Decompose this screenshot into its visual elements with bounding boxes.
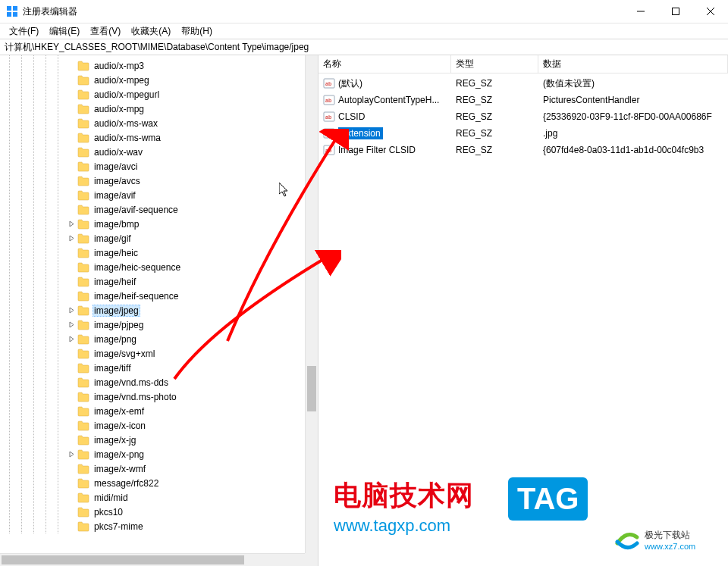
tree-item-label: image/png <box>93 333 138 346</box>
tree-item-label: pkcs10 <box>93 506 124 518</box>
value-name: CLSID <box>338 111 365 122</box>
expander-icon[interactable] <box>65 333 77 346</box>
value-row[interactable]: abCLSIDREG_SZ{25336920-03F9-11cf-8FD0-00… <box>318 108 728 125</box>
value-type: REG_SZ <box>451 145 538 155</box>
folder-icon <box>77 118 89 129</box>
tree-item-label: image/avif-sequence <box>93 204 180 216</box>
expander-icon[interactable] <box>65 305 77 317</box>
window-controls <box>623 0 728 23</box>
scroll-corner <box>305 553 318 566</box>
tree-item-label: audio/x-mpg <box>93 103 146 115</box>
string-value-icon: ab <box>323 144 335 156</box>
folder-icon <box>77 147 89 158</box>
string-value-icon: ab <box>323 77 335 89</box>
expander-icon[interactable] <box>65 449 77 461</box>
tree-item-label: audio/x-ms-wma <box>93 132 162 144</box>
value-name: (默认) <box>338 77 362 90</box>
value-type: REG_SZ <box>451 111 538 122</box>
close-button[interactable] <box>693 0 728 23</box>
watermark-tag: TAG <box>508 477 588 521</box>
value-type: REG_SZ <box>451 78 538 89</box>
folder-icon <box>77 277 89 287</box>
folder-icon <box>77 320 89 330</box>
svg-rect-2 <box>7 12 11 17</box>
value-row[interactable]: abImage Filter CLSIDREG_SZ{607fd4e8-0a03… <box>318 142 728 158</box>
value-row[interactable]: ab(默认)REG_SZ(数值未设置) <box>318 75 728 92</box>
value-row[interactable]: abAutoplayContentTypeH...REG_SZPicturesC… <box>318 92 728 108</box>
folder-icon <box>77 406 89 417</box>
value-row[interactable]: abExtensionREG_SZ.jpg <box>318 125 728 142</box>
expander-icon[interactable] <box>65 319 77 331</box>
tree-scroll[interactable]: audio/x-mp3audio/x-mpegaudio/x-mpegurlau… <box>0 55 305 553</box>
expander-icon[interactable] <box>65 233 77 245</box>
string-value-icon: ab <box>323 94 335 106</box>
svg-text:ab: ab <box>325 98 331 103</box>
svg-text:ab: ab <box>325 114 331 120</box>
tree-item-label: image/x-jg <box>93 434 137 446</box>
tree-item-label: image/avcs <box>93 175 142 187</box>
tree-item-label: image/jpeg <box>93 305 140 317</box>
cursor-icon <box>279 183 290 198</box>
folder-icon <box>77 176 89 186</box>
tree-item-label: image/avci <box>93 161 139 173</box>
address-bar[interactable]: 计算机\HKEY_CLASSES_ROOT\MIME\Database\Cont… <box>0 39 728 55</box>
tree-item-label: image/vnd.ms-photo <box>93 391 178 403</box>
watermark-site2-url: www.xz7.com <box>645 542 695 551</box>
tree-item-label: image/heic <box>93 247 140 259</box>
folder-icon <box>77 61 89 71</box>
folder-icon <box>77 104 89 114</box>
tree-horizontal-scrollbar[interactable] <box>0 553 305 566</box>
folder-icon <box>77 248 89 258</box>
folder-icon <box>77 464 89 474</box>
expander-icon[interactable] <box>65 218 77 230</box>
tree-item-label: pkcs7-mime <box>93 521 145 533</box>
folder-icon <box>77 205 89 215</box>
window-title: 注册表编辑器 <box>23 5 623 18</box>
string-value-icon: ab <box>323 127 335 139</box>
menu-edit[interactable]: 编辑(E) <box>45 23 84 39</box>
svg-rect-0 <box>7 6 11 11</box>
tree-item-label: image/gif <box>93 233 133 245</box>
app-icon <box>6 5 18 17</box>
tree-item-label: audio/x-wav <box>93 146 144 158</box>
scrollbar-thumb[interactable] <box>2 555 244 564</box>
minimize-button[interactable] <box>623 0 658 23</box>
scrollbar-thumb[interactable] <box>307 366 316 411</box>
menu-favorites[interactable]: 收藏夹(A) <box>127 23 175 39</box>
value-name: Image Filter CLSID <box>338 145 416 155</box>
watermark-brand: 电脑技术网 www.tagxp.com <box>334 477 474 536</box>
tree-item-label: image/x-icon <box>93 420 147 432</box>
svg-text:ab: ab <box>325 131 331 136</box>
tree-item-label: image/tiff <box>93 362 132 374</box>
menu-file[interactable]: 文件(F) <box>5 23 43 39</box>
tree-vertical-scrollbar[interactable] <box>305 55 318 553</box>
value-type: REG_SZ <box>451 95 538 105</box>
folder-icon <box>77 421 89 431</box>
menu-view[interactable]: 查看(V) <box>86 23 125 39</box>
tree-item-label: image/heic-sequence <box>93 261 182 274</box>
tree-item-label: image/svg+xml <box>93 348 156 360</box>
svg-rect-5 <box>673 8 679 15</box>
column-name[interactable]: 名称 <box>318 55 451 73</box>
svg-rect-1 <box>13 6 17 11</box>
tree-item-label: audio/x-mp3 <box>93 60 146 72</box>
folder-icon <box>77 190 89 201</box>
value-data: {25336920-03F9-11cf-8FD0-00AA00686F <box>538 111 728 122</box>
tree-item-label: image/x-png <box>93 449 146 461</box>
column-data[interactable]: 数据 <box>538 55 728 73</box>
tree-item-label: image/pjpeg <box>93 319 145 331</box>
value-name: AutoplayContentTypeH... <box>338 95 439 105</box>
svg-text:ab: ab <box>325 148 331 153</box>
menubar: 文件(F) 编辑(E) 查看(V) 收藏夹(A) 帮助(H) <box>0 23 728 39</box>
folder-icon <box>77 219 89 230</box>
folder-icon <box>77 349 89 359</box>
value-data: {607fd4e8-0a03-11d1-ab1d-00c04fc9b3 <box>538 145 728 155</box>
svg-rect-3 <box>13 12 17 17</box>
folder-icon <box>77 392 89 402</box>
value-name: Extension <box>338 127 383 139</box>
column-type[interactable]: 类型 <box>451 55 538 73</box>
folder-icon <box>77 334 89 345</box>
maximize-button[interactable] <box>658 0 693 23</box>
tree-item-label: image/heif <box>93 276 137 288</box>
menu-help[interactable]: 帮助(H) <box>177 23 217 39</box>
